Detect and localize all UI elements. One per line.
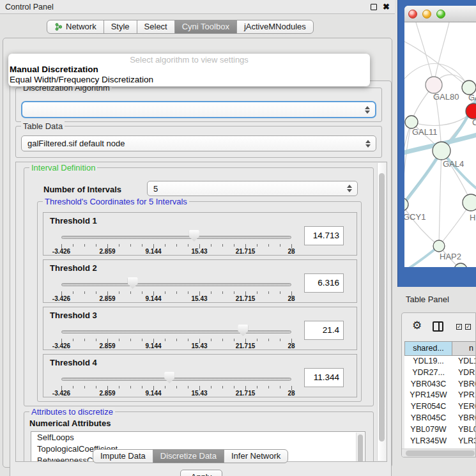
settings-scroll-area: Interval Definition Number of Intervals … [15, 162, 387, 462]
attribute-item[interactable]: SelfLoops [31, 432, 365, 443]
attributes-list-scrollbar[interactable] [356, 433, 364, 462]
algorithm-option-equal-width[interactable]: Equal Width/Frequency Discretization [8, 75, 370, 85]
network-node[interactable] [426, 77, 442, 93]
column-header-name[interactable]: n [452, 341, 476, 356]
tab-jactivemnodules[interactable]: jActiveMNodules [236, 20, 314, 34]
checkbox-icon[interactable]: ✓ [456, 324, 462, 330]
threshold-slider-track[interactable] [61, 330, 291, 334]
discretization-algorithm-group: Discretization Algorithm [15, 88, 382, 122]
cell-shared-name[interactable]: YER054C [404, 401, 452, 413]
cell-shared-name[interactable]: YDL19... [404, 356, 452, 367]
cell-name[interactable]: YDL1 [452, 356, 476, 367]
tab-cyni-toolbox[interactable]: Cyni Toolbox [174, 20, 237, 34]
threshold-slider-thumb[interactable] [189, 230, 199, 242]
number-of-intervals-label: Number of Intervals [43, 185, 121, 194]
cell-shared-name[interactable]: YPR145W [404, 390, 452, 401]
network-node[interactable] [405, 116, 418, 128]
threshold-value-field[interactable]: 6.316 [304, 273, 344, 293]
threshold-slider-thumb[interactable] [238, 325, 248, 336]
mac-minimize-icon[interactable] [422, 10, 431, 19]
apply-button[interactable]: Apply [180, 470, 222, 476]
table-row[interactable]: YLR345WYLR3 [404, 436, 476, 447]
checkbox-icon[interactable]: ✓ [465, 324, 471, 330]
apply-row: Apply [15, 466, 387, 476]
bottom-tab-bar: Impute Data Discretize Data Infer Networ… [93, 449, 288, 463]
threshold-value-field[interactable]: 11.344 [304, 368, 344, 387]
mac-zoom-icon[interactable] [436, 10, 445, 19]
cell-shared-name[interactable]: YBR045C [404, 413, 452, 424]
algorithm-placeholder-option[interactable]: Select algorithm to view settings [8, 54, 370, 65]
network-node[interactable] [454, 263, 467, 267]
threshold-box: Threshold 3 -3.4262.8599.14415.4321.7152… [43, 307, 357, 350]
network-node-label: GCY1 [404, 212, 426, 222]
network-node-label: GA [468, 93, 476, 102]
threshold-box: Threshold 2 -3.4262.8599.14415.4321.7152… [43, 259, 357, 303]
gear-icon[interactable]: ⚙ [412, 319, 422, 332]
network-node[interactable] [433, 142, 450, 160]
column-header-shared[interactable]: shared... [404, 341, 452, 356]
tab-impute-data[interactable]: Impute Data [93, 449, 153, 463]
tab-cyni-toolbox-label: Cyni Toolbox [182, 20, 229, 33]
columns-icon[interactable] [433, 321, 443, 332]
table-horizontal-scrollbar[interactable] [402, 449, 476, 457]
combo-arrows-icon [347, 185, 352, 192]
thresholds-group: Threshold's Coordinates for 5 Intervals … [37, 201, 362, 402]
threshold-value-field[interactable]: 21.4 [304, 321, 344, 340]
tab-select[interactable]: Select [137, 20, 175, 34]
tab-style[interactable]: Style [104, 20, 137, 34]
float-window-icon[interactable] [371, 4, 377, 10]
table-data-group: Table Data galFiltered.sif default node [15, 126, 382, 158]
table-rows: YDL19...YDL1YDR27...YDR2YBR043CYBR0YPR14… [404, 356, 476, 449]
cell-name[interactable]: YBL0 [452, 424, 476, 436]
table-row[interactable]: YPR145WYPR1 [404, 390, 476, 401]
network-node-label: H [470, 213, 475, 222]
cell-shared-name[interactable]: YDR27... [404, 367, 452, 379]
network-node[interactable] [463, 194, 476, 211]
cell-name[interactable]: YER0 [452, 401, 476, 413]
slider-tick-labels: -3.4262.8599.14415.4321.71528 [61, 248, 291, 256]
network-node-label: GAL80 [433, 92, 459, 102]
close-icon[interactable]: ✖ [383, 2, 390, 12]
network-node[interactable] [433, 240, 445, 252]
algorithm-combobox[interactable] [21, 101, 376, 118]
threshold-slider-track[interactable] [61, 378, 291, 381]
settings-vertical-scrollbar[interactable] [377, 163, 386, 461]
cell-name[interactable]: YLR3 [452, 436, 476, 447]
threshold-slider-thumb[interactable] [128, 277, 138, 289]
table-data-combobox[interactable]: galFiltered.sif default node [21, 135, 376, 151]
threshold-box: Threshold 1 -3.4262.8599.14415.4321.7152… [43, 212, 357, 256]
cyni-toolbox-panel: Discretization Algorithm Table Data galF… [3, 38, 392, 468]
table-row[interactable]: YBR045CYBR0 [404, 413, 476, 424]
tab-discretize-data[interactable]: Discretize Data [153, 449, 224, 463]
cell-name[interactable]: YPR1 [452, 390, 476, 401]
cell-shared-name[interactable]: YLR345W [404, 436, 452, 447]
table-row[interactable]: YDL19...YDL1 [404, 356, 476, 367]
table-row[interactable]: YDR27...YDR2 [404, 367, 476, 379]
tab-style-label: Style [111, 20, 130, 33]
cell-shared-name[interactable]: YBL079W [404, 424, 452, 436]
threshold-box: Threshold 4 -3.4262.8599.14415.4321.7152… [43, 354, 357, 397]
cell-shared-name[interactable]: YBR043C [404, 379, 452, 390]
algorithm-option-manual[interactable]: Manual Discretization [8, 65, 370, 75]
threshold-label: Threshold 4 [50, 358, 97, 367]
cell-name[interactable]: YBR0 [452, 413, 476, 424]
number-of-intervals-combobox[interactable]: 5 [147, 181, 358, 196]
threshold-slider-track[interactable] [61, 236, 291, 239]
tab-infer-network[interactable]: Infer Network [224, 449, 288, 463]
network-canvas[interactable]: GAL80GACGAL11GAL4GCY1HHAP2 [404, 22, 476, 267]
cell-name[interactable]: YBR0 [452, 379, 476, 390]
threshold-slider-track[interactable] [61, 283, 291, 286]
tab-impute-data-label: Impute Data [100, 450, 146, 463]
network-window-title-bar[interactable] [404, 6, 476, 22]
threshold-slider-thumb[interactable] [164, 372, 174, 383]
table-row[interactable]: YBL079WYBL0 [404, 424, 476, 436]
table-row[interactable]: YER054CYER0 [404, 401, 476, 413]
table-row[interactable]: YBR043CYBR0 [404, 379, 476, 390]
cell-name[interactable]: YDR2 [452, 367, 476, 379]
panel-title: Control Panel [5, 3, 54, 12]
tab-network[interactable]: Network [47, 20, 104, 34]
threshold-value-field[interactable]: 14.713 [304, 226, 344, 245]
combo-arrows-icon [365, 106, 370, 114]
mac-close-icon[interactable] [408, 10, 417, 19]
table-data-group-label: Table Data [21, 121, 65, 131]
